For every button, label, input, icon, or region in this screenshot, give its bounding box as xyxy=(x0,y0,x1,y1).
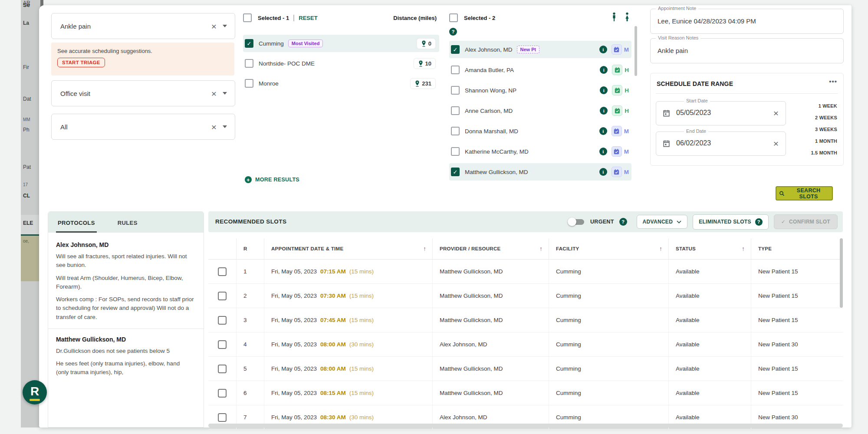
provider-row[interactable]: Katherine McCarthy, MD i M xyxy=(449,143,631,160)
sort-icon[interactable]: ↑ xyxy=(423,245,426,252)
facility-checkbox[interactable] xyxy=(245,39,253,48)
provider-row[interactable]: Matthew Gullickson, MD i M xyxy=(449,163,631,181)
provider-checkbox[interactable] xyxy=(451,168,460,176)
visit-reason-notes-field[interactable]: Visit Reason Notes Ankle pain xyxy=(650,38,844,63)
facility-row[interactable]: Northside- POC DME 10 xyxy=(243,55,439,72)
calendar-chip[interactable]: H xyxy=(612,105,629,116)
quick-range-option[interactable]: 1 MONTH xyxy=(796,135,837,147)
quick-range-option[interactable]: 3 WEEKS xyxy=(796,124,837,135)
provider-checkbox[interactable] xyxy=(451,147,460,156)
table-horizontal-scrollbar[interactable] xyxy=(208,424,843,427)
provider-help-icon[interactable]: ? xyxy=(449,28,457,36)
provider-checkbox[interactable] xyxy=(451,127,460,135)
quick-range-option[interactable]: 1 WEEK xyxy=(796,100,837,112)
info-icon[interactable]: i xyxy=(599,168,607,176)
provider-name: Donna Marshall, MD xyxy=(465,128,518,135)
slot-checkbox[interactable] xyxy=(218,413,227,422)
slot-row[interactable]: 6 Fri, May 05, 2023 08:15 AM (15 mins) M… xyxy=(208,381,843,405)
slot-row[interactable]: 5 Fri, May 05, 2023 08:00 AM (15 mins) M… xyxy=(208,357,843,381)
slot-checkbox[interactable] xyxy=(218,267,227,276)
more-results-link[interactable]: + MORE RESULTS xyxy=(245,176,299,183)
table-column-header[interactable]: R ↑ xyxy=(236,238,264,259)
search-slots-button[interactable]: SEARCH SLOTS xyxy=(776,186,833,201)
quick-range-option[interactable]: 2 WEEKS xyxy=(796,112,837,124)
facility-checkbox[interactable] xyxy=(245,59,253,68)
tab-rules[interactable]: RULES xyxy=(116,220,139,233)
calendar-chip[interactable]: M xyxy=(612,44,629,55)
start-triage-button[interactable]: START TRIAGE xyxy=(57,58,105,67)
table-column-header[interactable]: TYPE ↑ xyxy=(751,238,843,259)
provider-type-filter[interactable]: All × xyxy=(51,114,235,140)
chevron-down-icon[interactable] xyxy=(223,25,227,27)
overflow-menu-icon[interactable]: ••• xyxy=(829,78,837,85)
table-column-header[interactable]: STATUS ↑ xyxy=(668,238,751,259)
urgent-help-icon[interactable]: ? xyxy=(619,218,627,226)
provider-row[interactable]: Shannon Wong, NP i H xyxy=(449,82,631,99)
chevron-down-icon[interactable] xyxy=(223,92,227,95)
slot-row[interactable]: 1 Fri, May 05, 2023 07:15 AM (15 mins) M… xyxy=(208,260,843,284)
info-icon[interactable]: i xyxy=(599,148,607,155)
slot-row[interactable]: 4 Fri, May 05, 2023 08:00 AM (30 mins) A… xyxy=(208,332,843,357)
info-icon[interactable]: i xyxy=(599,127,607,135)
chevron-down-icon[interactable] xyxy=(223,125,227,128)
quick-range-option[interactable]: 1.5 MONTH xyxy=(796,147,837,159)
facility-checkbox[interactable] xyxy=(245,79,253,88)
provider-checkbox[interactable] xyxy=(451,45,460,54)
provider-list-scrollbar[interactable] xyxy=(635,26,637,76)
app-logo-button[interactable]: R xyxy=(23,380,47,404)
table-column-header[interactable]: APPOINTMENT DATE & TIME ↑ xyxy=(264,238,432,259)
info-icon[interactable]: i xyxy=(599,46,607,53)
provider-row[interactable]: Alex Johnson, MD New Pt i M xyxy=(449,41,631,58)
slot-checkbox[interactable] xyxy=(218,292,227,300)
info-icon[interactable]: i xyxy=(600,66,608,74)
sort-icon[interactable]: ↑ xyxy=(742,245,745,252)
slot-checkbox[interactable] xyxy=(218,340,227,349)
clear-start-date-icon[interactable]: × xyxy=(773,108,779,118)
urgent-toggle[interactable] xyxy=(568,217,585,227)
provider-checkbox[interactable] xyxy=(451,106,460,115)
female-person-icon[interactable] xyxy=(624,12,631,22)
info-icon[interactable]: i xyxy=(600,86,608,94)
sort-icon[interactable]: ↑ xyxy=(539,245,542,252)
slot-checkbox[interactable] xyxy=(218,389,227,398)
provider-row[interactable]: Amanda Butler, PA i H xyxy=(449,61,631,79)
facility-row[interactable]: Monroe 231 xyxy=(243,75,439,92)
advanced-dropdown[interactable]: ADVANCED xyxy=(637,215,688,229)
male-person-icon[interactable] xyxy=(611,12,618,22)
sort-icon[interactable]: ↑ xyxy=(659,245,662,252)
facilities-reset-link[interactable]: RESET xyxy=(293,15,317,21)
provider-row[interactable]: Anne Carlson, MD i H xyxy=(449,102,631,119)
slot-row[interactable]: 2 Fri, May 05, 2023 07:30 AM (15 mins) M… xyxy=(208,284,843,308)
calendar-chip[interactable]: M xyxy=(612,146,629,157)
eliminated-slots-button[interactable]: ELIMINATED SLOTS ? xyxy=(693,214,769,230)
calendar-chip[interactable]: H xyxy=(612,85,629,95)
calendar-chip[interactable]: H xyxy=(612,65,629,75)
tab-protocols[interactable]: PROTOCOLS xyxy=(56,220,97,233)
info-icon[interactable]: i xyxy=(600,107,608,115)
select-all-providers-checkbox[interactable] xyxy=(449,13,458,22)
table-vertical-scrollbar[interactable] xyxy=(840,238,843,308)
clear-icon[interactable]: × xyxy=(211,89,217,98)
calendar-chip[interactable]: M xyxy=(612,167,629,177)
facility-row[interactable]: Cumming Most Visited 0 xyxy=(243,35,439,52)
table-column-header[interactable]: PROVIDER / RESOURCE ↑ xyxy=(432,238,549,259)
appointment-type-filter[interactable]: Office visit × xyxy=(51,80,235,106)
clear-icon[interactable]: × xyxy=(211,22,217,31)
calendar-chip[interactable]: M xyxy=(612,126,629,136)
clear-end-date-icon[interactable]: × xyxy=(773,139,779,148)
slot-checkbox[interactable] xyxy=(218,316,227,325)
provider-checkbox[interactable] xyxy=(451,86,460,95)
select-all-facilities-checkbox[interactable] xyxy=(243,13,252,22)
clear-icon[interactable]: × xyxy=(211,122,217,132)
slot-checkbox[interactable] xyxy=(218,365,227,373)
confirm-slot-button[interactable]: ✓ CONFIRM SLOT xyxy=(774,214,838,229)
visit-reason-filter[interactable]: Ankle pain × xyxy=(51,13,235,39)
appointment-note-field[interactable]: Appointment Note Lee, Eunice 04/28/2023 … xyxy=(650,9,844,34)
provider-row[interactable]: Donna Marshall, MD i M xyxy=(449,122,631,140)
end-date-field[interactable]: End Date 06/02/2023 × xyxy=(656,132,786,156)
slots-table: R ↑ APPOINTMENT DATE & TIME ↑ PROVIDER /… xyxy=(208,238,843,430)
slot-row[interactable]: 3 Fri, May 05, 2023 07:45 AM (15 mins) M… xyxy=(208,308,843,332)
table-column-header[interactable]: FACILITY ↑ xyxy=(549,238,668,259)
provider-checkbox[interactable] xyxy=(451,66,460,74)
start-date-field[interactable]: Start Date 05/05/2023 × xyxy=(656,101,786,125)
